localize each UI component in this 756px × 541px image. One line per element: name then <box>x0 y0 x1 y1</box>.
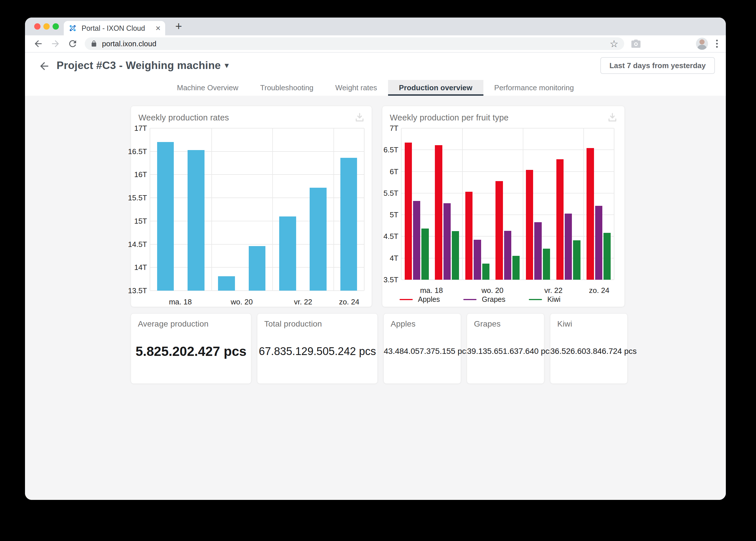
y-axis-tick: 7T <box>390 124 398 133</box>
new-tab-button[interactable]: + <box>172 20 185 33</box>
bar-group <box>272 128 303 290</box>
stat-card-apples: Apples 43.484.057.375.155 pcs <box>383 313 461 384</box>
browser-window: Portal - IXON Cloud × + portal.ixon.clou… <box>25 18 726 500</box>
bar[interactable] <box>279 217 296 290</box>
bar-group <box>401 128 432 280</box>
date-range-button[interactable]: Last 7 days from yesterday <box>600 57 715 74</box>
x-axis-tick: wo. 20 <box>481 286 504 295</box>
tab-weight-rates[interactable]: Weight rates <box>324 80 388 96</box>
stat-title: Kiwi <box>557 319 572 328</box>
bar[interactable] <box>421 229 428 280</box>
bar[interactable] <box>556 159 564 280</box>
download-icon[interactable] <box>607 112 618 123</box>
bar-group <box>303 128 333 290</box>
bar[interactable] <box>413 201 420 280</box>
y-axis-tick: 16T <box>134 170 147 179</box>
bar[interactable] <box>587 148 594 280</box>
chart-title: Weekly production rates <box>138 113 229 123</box>
dashboard-tabs: Machine Overview Troubleshooting Weight … <box>25 80 726 96</box>
bar[interactable] <box>452 231 459 280</box>
bar[interactable] <box>340 158 357 290</box>
portal-page: Project #C3 - Weighing machine▾ Last 7 d… <box>25 53 726 500</box>
tab-machine-overview[interactable]: Machine Overview <box>166 80 249 96</box>
user-avatar[interactable] <box>696 38 708 50</box>
bar[interactable] <box>218 276 235 290</box>
bar[interactable] <box>534 222 541 280</box>
bar-group <box>462 128 493 280</box>
bar[interactable] <box>565 214 572 280</box>
url-text: portal.ixon.cloud <box>102 39 610 48</box>
tab-performance-monitoring[interactable]: Performance monitoring <box>483 80 585 96</box>
y-axis-tick: 13.5T <box>128 286 147 295</box>
bar-group <box>211 128 242 290</box>
download-icon[interactable] <box>354 112 366 123</box>
chart-card-weekly-production-rates: Weekly production rates 17T16.5T16T15.5T… <box>131 106 372 307</box>
close-tab-icon[interactable]: × <box>155 24 160 33</box>
bar[interactable] <box>495 181 503 280</box>
bar[interactable] <box>157 142 174 290</box>
bar[interactable] <box>310 188 326 290</box>
bar-group <box>334 128 364 290</box>
chart-card-weekly-production-per-fruit-type: Weekly production per fruit type 7T6.5T6… <box>382 106 625 307</box>
browser-menu-icon[interactable] <box>716 40 718 48</box>
y-axis-tick: 3.5T <box>383 275 398 284</box>
bar-group <box>523 128 553 280</box>
y-axis: 7T6.5T6T5.5T5T4.5T4T3.5T <box>382 128 398 280</box>
bar[interactable] <box>512 256 520 280</box>
bar[interactable] <box>465 192 472 280</box>
y-axis-tick: 15.5T <box>128 194 147 202</box>
browser-forward-icon[interactable] <box>50 39 61 49</box>
tab-production-overview[interactable]: Production overview <box>388 80 483 96</box>
stat-title: Apples <box>390 319 416 328</box>
legend-item-grapes[interactable]: Grapes <box>463 295 505 303</box>
legend-marker <box>399 299 413 300</box>
plot-area <box>401 128 615 280</box>
bar[interactable] <box>443 203 451 280</box>
close-window-button[interactable] <box>34 23 41 30</box>
y-axis-tick: 6.5T <box>383 146 398 154</box>
page-title[interactable]: Project #C3 - Weighing machine▾ <box>57 60 229 72</box>
bar[interactable] <box>435 145 442 280</box>
chart-legend: ApplesGrapesKiwi <box>399 295 560 303</box>
bar[interactable] <box>543 249 550 280</box>
stat-value: 5.825.202.427 pcs <box>131 343 251 359</box>
bar[interactable] <box>604 233 611 280</box>
y-axis-tick: 5T <box>390 211 398 219</box>
x-axis-tick: vr. 22 <box>544 286 563 295</box>
address-bar[interactable]: portal.ixon.cloud ☆ <box>85 37 624 50</box>
desktop: Portal - IXON Cloud × + portal.ixon.clou… <box>0 0 756 541</box>
y-axis-tick: 15T <box>134 217 147 226</box>
legend-item-apples[interactable]: Apples <box>399 295 440 303</box>
bar[interactable] <box>573 240 580 280</box>
y-axis-tick: 14T <box>134 263 147 272</box>
stats-row: Average production 5.825.202.427 pcs Tot… <box>131 313 726 384</box>
bar[interactable] <box>595 206 602 280</box>
bar-group <box>181 128 211 290</box>
bar[interactable] <box>187 150 204 290</box>
y-axis: 17T16.5T16T15.5T15T14.5T14T13.5T <box>131 128 147 290</box>
bookmark-star-icon[interactable]: ☆ <box>610 39 619 49</box>
screenshot-camera-icon[interactable] <box>630 38 641 49</box>
y-axis-tick: 4.5T <box>383 232 398 241</box>
browser-reload-icon[interactable] <box>68 39 78 49</box>
browser-back-icon[interactable] <box>33 39 43 49</box>
tab-troubleshooting[interactable]: Troubleshooting <box>249 80 325 96</box>
legend-item-kiwi[interactable]: Kiwi <box>529 295 560 303</box>
y-axis-tick: 4T <box>390 254 398 263</box>
browser-toolbar: portal.ixon.cloud ☆ <box>25 35 726 53</box>
legend-marker <box>529 299 542 300</box>
stat-title: Average production <box>138 319 208 328</box>
back-icon[interactable] <box>38 60 50 72</box>
bar[interactable] <box>249 246 265 290</box>
stat-card-kiwi: Kiwi 36.526.603.846.724 pcs <box>550 313 628 384</box>
minimize-window-button[interactable] <box>43 23 50 30</box>
bar[interactable] <box>504 231 511 280</box>
maximize-window-button[interactable] <box>53 23 59 30</box>
bar[interactable] <box>405 143 412 280</box>
browser-tab[interactable]: Portal - IXON Cloud × <box>64 21 165 35</box>
bar[interactable] <box>482 264 489 280</box>
stat-value: 43.484.057.375.155 pcs <box>384 347 461 356</box>
bar[interactable] <box>474 240 481 280</box>
bar[interactable] <box>526 170 533 280</box>
bar-group <box>493 128 523 280</box>
